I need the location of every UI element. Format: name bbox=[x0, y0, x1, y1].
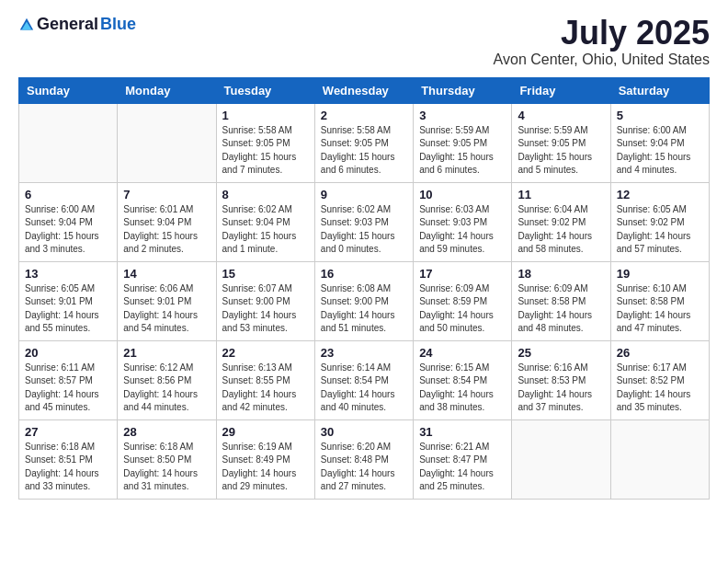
day-info: Sunrise: 6:18 AMSunset: 8:50 PMDaylight:… bbox=[123, 441, 210, 494]
day-number: 31 bbox=[419, 425, 506, 439]
day-number: 22 bbox=[222, 346, 309, 360]
column-header-monday: Monday bbox=[118, 77, 216, 103]
day-number: 18 bbox=[518, 267, 604, 281]
column-header-friday: Friday bbox=[512, 77, 610, 103]
calendar-cell: 17Sunrise: 6:09 AMSunset: 8:59 PMDayligh… bbox=[414, 261, 512, 340]
day-number: 7 bbox=[123, 188, 210, 201]
week-row-4: 20Sunrise: 6:11 AMSunset: 8:57 PMDayligh… bbox=[19, 340, 710, 419]
day-info: Sunrise: 6:16 AMSunset: 8:53 PMDaylight:… bbox=[518, 362, 604, 415]
day-number: 27 bbox=[25, 425, 111, 439]
week-row-1: 1Sunrise: 5:58 AMSunset: 9:05 PMDaylight… bbox=[19, 103, 710, 182]
day-number: 25 bbox=[518, 346, 604, 360]
title-area: July 2025 Avon Center, Ohio, United Stat… bbox=[494, 15, 710, 68]
day-info: Sunrise: 6:20 AMSunset: 8:48 PMDaylight:… bbox=[321, 441, 407, 494]
calendar-cell bbox=[610, 419, 709, 499]
week-row-5: 27Sunrise: 6:18 AMSunset: 8:51 PMDayligh… bbox=[19, 419, 710, 499]
day-info: Sunrise: 6:12 AMSunset: 8:56 PMDaylight:… bbox=[123, 362, 210, 415]
day-info: Sunrise: 5:58 AMSunset: 9:05 PMDaylight:… bbox=[321, 124, 407, 178]
logo-text-general: General bbox=[37, 15, 98, 34]
calendar-cell: 25Sunrise: 6:16 AMSunset: 8:53 PMDayligh… bbox=[512, 340, 610, 419]
calendar-cell: 30Sunrise: 6:20 AMSunset: 8:48 PMDayligh… bbox=[314, 419, 413, 499]
location-title: Avon Center, Ohio, United States bbox=[494, 52, 710, 68]
day-number: 3 bbox=[419, 109, 506, 122]
calendar-cell: 21Sunrise: 6:12 AMSunset: 8:56 PMDayligh… bbox=[118, 340, 216, 419]
calendar-cell bbox=[19, 103, 118, 182]
calendar-cell: 15Sunrise: 6:07 AMSunset: 9:00 PMDayligh… bbox=[216, 261, 314, 340]
day-number: 8 bbox=[222, 188, 309, 201]
calendar-cell: 22Sunrise: 6:13 AMSunset: 8:55 PMDayligh… bbox=[216, 340, 314, 419]
day-info: Sunrise: 6:02 AMSunset: 9:03 PMDaylight:… bbox=[321, 203, 407, 257]
month-title: July 2025 bbox=[494, 15, 710, 52]
day-info: Sunrise: 5:58 AMSunset: 9:05 PMDaylight:… bbox=[222, 124, 309, 178]
column-header-tuesday: Tuesday bbox=[216, 77, 314, 103]
logo-icon bbox=[18, 17, 35, 33]
day-number: 19 bbox=[617, 267, 703, 281]
day-number: 4 bbox=[518, 109, 604, 122]
day-info: Sunrise: 6:13 AMSunset: 8:55 PMDaylight:… bbox=[222, 362, 309, 415]
day-info: Sunrise: 6:06 AMSunset: 9:01 PMDaylight:… bbox=[123, 282, 210, 336]
day-info: Sunrise: 5:59 AMSunset: 9:05 PMDaylight:… bbox=[419, 124, 506, 178]
calendar-cell: 20Sunrise: 6:11 AMSunset: 8:57 PMDayligh… bbox=[19, 340, 118, 419]
week-row-2: 6Sunrise: 6:00 AMSunset: 9:04 PMDaylight… bbox=[19, 182, 710, 261]
day-number: 29 bbox=[222, 425, 309, 439]
calendar-header-row: SundayMondayTuesdayWednesdayThursdayFrid… bbox=[19, 77, 710, 103]
day-number: 9 bbox=[321, 188, 407, 201]
day-number: 23 bbox=[321, 346, 407, 360]
calendar-cell: 8Sunrise: 6:02 AMSunset: 9:04 PMDaylight… bbox=[216, 182, 314, 261]
calendar-cell: 27Sunrise: 6:18 AMSunset: 8:51 PMDayligh… bbox=[19, 419, 118, 499]
day-number: 5 bbox=[617, 109, 703, 122]
day-info: Sunrise: 6:21 AMSunset: 8:47 PMDaylight:… bbox=[419, 441, 506, 494]
column-header-saturday: Saturday bbox=[610, 77, 709, 103]
day-number: 6 bbox=[25, 188, 111, 201]
day-number: 15 bbox=[222, 267, 309, 281]
calendar-cell: 24Sunrise: 6:15 AMSunset: 8:54 PMDayligh… bbox=[414, 340, 512, 419]
day-info: Sunrise: 6:08 AMSunset: 9:00 PMDaylight:… bbox=[321, 282, 407, 336]
calendar-cell: 14Sunrise: 6:06 AMSunset: 9:01 PMDayligh… bbox=[118, 261, 216, 340]
calendar-cell: 2Sunrise: 5:58 AMSunset: 9:05 PMDaylight… bbox=[314, 103, 413, 182]
calendar-cell: 4Sunrise: 5:59 AMSunset: 9:05 PMDaylight… bbox=[512, 103, 610, 182]
calendar-cell: 9Sunrise: 6:02 AMSunset: 9:03 PMDaylight… bbox=[314, 182, 413, 261]
calendar-cell: 6Sunrise: 6:00 AMSunset: 9:04 PMDaylight… bbox=[19, 182, 118, 261]
header: GeneralBlue July 2025 Avon Center, Ohio,… bbox=[18, 15, 710, 68]
day-info: Sunrise: 6:01 AMSunset: 9:04 PMDaylight:… bbox=[123, 203, 210, 257]
day-number: 10 bbox=[419, 188, 506, 201]
day-info: Sunrise: 6:15 AMSunset: 8:54 PMDaylight:… bbox=[419, 362, 506, 415]
day-info: Sunrise: 6:14 AMSunset: 8:54 PMDaylight:… bbox=[321, 362, 407, 415]
day-number: 26 bbox=[617, 346, 703, 360]
day-info: Sunrise: 6:10 AMSunset: 8:58 PMDaylight:… bbox=[617, 282, 703, 336]
day-info: Sunrise: 6:05 AMSunset: 9:02 PMDaylight:… bbox=[617, 203, 703, 257]
calendar-cell bbox=[118, 103, 216, 182]
day-info: Sunrise: 6:02 AMSunset: 9:04 PMDaylight:… bbox=[222, 203, 309, 257]
day-number: 20 bbox=[25, 346, 111, 360]
day-number: 12 bbox=[617, 188, 703, 201]
calendar-cell: 3Sunrise: 5:59 AMSunset: 9:05 PMDaylight… bbox=[414, 103, 512, 182]
calendar-cell: 7Sunrise: 6:01 AMSunset: 9:04 PMDaylight… bbox=[118, 182, 216, 261]
calendar-cell: 23Sunrise: 6:14 AMSunset: 8:54 PMDayligh… bbox=[314, 340, 413, 419]
day-number: 14 bbox=[123, 267, 210, 281]
day-number: 17 bbox=[419, 267, 506, 281]
calendar-cell: 29Sunrise: 6:19 AMSunset: 8:49 PMDayligh… bbox=[216, 419, 314, 499]
day-info: Sunrise: 5:59 AMSunset: 9:05 PMDaylight:… bbox=[518, 124, 604, 178]
calendar-cell bbox=[512, 419, 610, 499]
day-info: Sunrise: 6:04 AMSunset: 9:02 PMDaylight:… bbox=[518, 203, 604, 257]
day-number: 28 bbox=[123, 425, 210, 439]
calendar-cell: 28Sunrise: 6:18 AMSunset: 8:50 PMDayligh… bbox=[118, 419, 216, 499]
day-info: Sunrise: 6:17 AMSunset: 8:52 PMDaylight:… bbox=[617, 362, 703, 415]
logo-text-blue: Blue bbox=[100, 15, 136, 34]
column-header-thursday: Thursday bbox=[414, 77, 512, 103]
day-number: 24 bbox=[419, 346, 506, 360]
calendar-cell: 18Sunrise: 6:09 AMSunset: 8:58 PMDayligh… bbox=[512, 261, 610, 340]
day-info: Sunrise: 6:00 AMSunset: 9:04 PMDaylight:… bbox=[25, 203, 111, 257]
day-info: Sunrise: 6:19 AMSunset: 8:49 PMDaylight:… bbox=[222, 441, 309, 494]
calendar-cell: 26Sunrise: 6:17 AMSunset: 8:52 PMDayligh… bbox=[610, 340, 709, 419]
calendar-cell: 12Sunrise: 6:05 AMSunset: 9:02 PMDayligh… bbox=[610, 182, 709, 261]
day-info: Sunrise: 6:05 AMSunset: 9:01 PMDaylight:… bbox=[25, 282, 111, 336]
day-info: Sunrise: 6:11 AMSunset: 8:57 PMDaylight:… bbox=[25, 362, 111, 415]
day-number: 16 bbox=[321, 267, 407, 281]
day-info: Sunrise: 6:09 AMSunset: 8:58 PMDaylight:… bbox=[518, 282, 604, 336]
day-info: Sunrise: 6:18 AMSunset: 8:51 PMDaylight:… bbox=[25, 441, 111, 494]
day-number: 21 bbox=[123, 346, 210, 360]
day-number: 13 bbox=[25, 267, 111, 281]
calendar-cell: 1Sunrise: 5:58 AMSunset: 9:05 PMDaylight… bbox=[216, 103, 314, 182]
calendar-cell: 5Sunrise: 6:00 AMSunset: 9:04 PMDaylight… bbox=[610, 103, 709, 182]
